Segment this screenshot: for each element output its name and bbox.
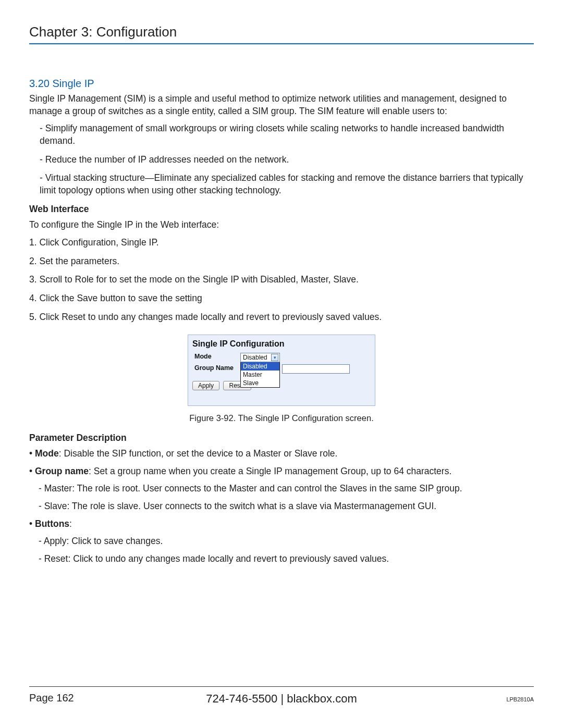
parameter-heading: Parameter Description xyxy=(29,433,534,443)
figure-title: Single IP Configuration xyxy=(188,339,375,352)
figure-screenshot: Single IP Configuration Mode Disabled ▾ … xyxy=(188,335,375,406)
dropdown-value: Disabled xyxy=(243,354,267,361)
feature-list: - Simplify management of small workgroup… xyxy=(29,122,534,196)
list-item: 5. Click Reset to undo any changes made … xyxy=(29,311,534,324)
mode-dropdown[interactable]: Disabled ▾ Disabled Master Slave xyxy=(240,353,350,362)
list-item: • Buttons: xyxy=(29,518,534,530)
list-item: • Group name: Set a group name when you … xyxy=(29,465,534,478)
param-text: : Disable the SIP function, or set the d… xyxy=(59,448,338,459)
chapter-title: Chapter 3: Configuration xyxy=(29,24,534,44)
dropdown-option[interactable]: Disabled xyxy=(241,362,279,371)
param-colon: : xyxy=(69,519,72,529)
group-name-input[interactable] xyxy=(282,364,350,374)
param-label: Buttons xyxy=(35,519,69,529)
list-item: - Reduce the number of IP addresses need… xyxy=(40,154,534,166)
intro-paragraph: Single IP Management (SIM) is a simple a… xyxy=(29,93,534,117)
footer-contact: 724-746-5500 | blackbox.com xyxy=(206,692,357,706)
web-interface-lead: To configure the Single IP in the Web in… xyxy=(29,219,534,231)
steps-list: 1. Click Configuration, Single IP. 2. Se… xyxy=(29,237,534,323)
model-number: LPB2810A xyxy=(506,696,534,702)
list-item: 1. Click Configuration, Single IP. xyxy=(29,237,534,249)
dropdown-option[interactable]: Slave xyxy=(241,379,279,387)
apply-button[interactable]: Apply xyxy=(192,381,219,390)
chevron-down-icon: ▾ xyxy=(271,354,278,361)
web-interface-heading: Web Interface xyxy=(29,204,534,215)
figure: Single IP Configuration Mode Disabled ▾ … xyxy=(29,335,534,423)
param-label: Mode xyxy=(35,448,59,459)
list-item: - Slave: The role is slave. User connect… xyxy=(29,500,534,513)
list-item: - Virtual stacking structure—Eliminate a… xyxy=(40,172,534,196)
page-footer: Page 162 724-746-5500 | blackbox.com LPB… xyxy=(29,686,534,704)
param-text: : Set a group name when you create a Sin… xyxy=(89,466,451,476)
list-item: 4. Click the Save button to save the set… xyxy=(29,292,534,305)
list-item: - Apply: Click to save changes. xyxy=(29,535,534,548)
parameter-list: • Mode: Disable the SIP function, or set… xyxy=(29,448,534,565)
page-number: Page 162 xyxy=(29,692,74,704)
list-item: - Reset: Click to undo any changes made … xyxy=(29,553,534,565)
dropdown-selected[interactable]: Disabled ▾ xyxy=(240,353,280,362)
figure-caption: Figure 3-92. The Single IP Configuration… xyxy=(189,413,373,423)
mode-label: Mode xyxy=(192,352,238,363)
group-name-label: Group Name xyxy=(192,363,238,376)
list-item: 2. Set the parameters. xyxy=(29,255,534,268)
param-label: Group name xyxy=(35,466,89,476)
config-table: Mode Disabled ▾ Disabled Master Slave xyxy=(192,352,352,376)
list-item: 3. Scroll to Role for to set the mode on… xyxy=(29,274,534,286)
dropdown-list[interactable]: Disabled Master Slave xyxy=(240,362,280,388)
list-item: • Mode: Disable the SIP function, or set… xyxy=(29,448,534,460)
list-item: - Master: The role is root. User connect… xyxy=(29,483,534,495)
section-heading: 3.20 Single IP xyxy=(29,78,534,90)
dropdown-option[interactable]: Master xyxy=(241,371,279,379)
list-item: - Simplify management of small workgroup… xyxy=(40,122,534,147)
